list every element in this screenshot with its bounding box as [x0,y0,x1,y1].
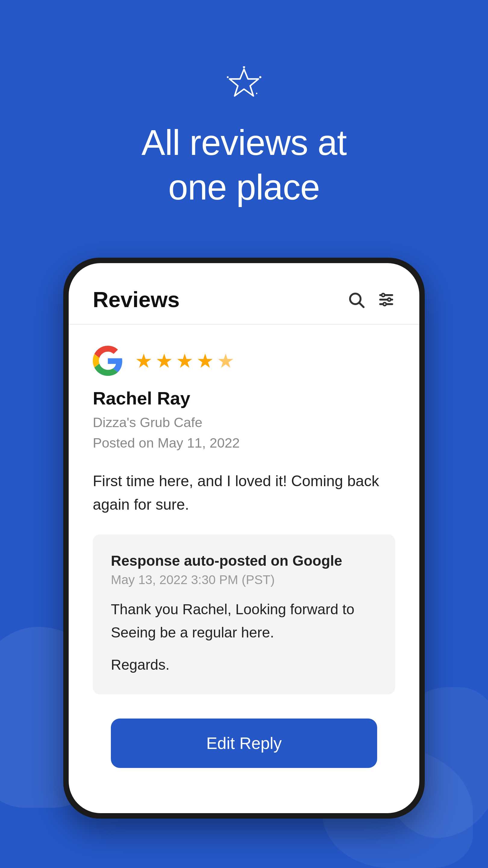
app-header: Reviews [69,263,419,324]
app-content: Reviews [69,263,419,813]
header-actions [347,290,395,309]
svg-marker-0 [230,69,258,96]
review-top: ★ ★ ★ ★ ★ [93,346,395,376]
star-1: ★ [135,350,153,372]
star-rating: ★ ★ ★ ★ ★ [135,350,234,372]
search-icon[interactable] [347,290,365,309]
svg-line-6 [359,303,364,307]
reviewer-date: Posted on May 11, 2022 [93,433,395,453]
hero-title: All reviews at one place [141,121,347,210]
star-5-half: ★ [217,350,234,372]
svg-point-3 [227,76,229,78]
response-label: Response auto-posted on Google [111,553,377,569]
reviewer-info: Rachel Ray Dizza's Grub Cafe Posted on M… [93,388,395,453]
svg-point-4 [256,93,258,94]
phone-screen: Reviews [69,263,419,813]
response-text-3: Regards. [111,653,377,677]
review-card: ★ ★ ★ ★ ★ Rachel Ray Dizza's Grub Cafe P… [69,324,419,813]
app-title: Reviews [93,287,180,312]
reviewer-name: Rachel Ray [93,388,395,409]
hero-star-icon [226,66,262,102]
response-text-2: Seeing be a regular here. [111,621,377,644]
filter-icon[interactable] [377,290,395,309]
response-text-1: Thank you Rachel, Looking forward to [111,598,377,621]
svg-point-2 [259,76,261,78]
svg-point-10 [382,293,385,297]
star-3: ★ [176,350,193,372]
edit-reply-button[interactable]: Edit Reply [111,718,377,768]
hero-section: All reviews at one place [141,0,347,210]
response-box: Response auto-posted on Google May 13, 2… [93,534,395,694]
svg-point-1 [243,66,245,68]
review-text: First time here, and I loved it! Coming … [93,470,395,516]
svg-point-12 [383,303,386,306]
star-2: ★ [156,350,173,372]
reviewer-business: Dizza's Grub Cafe [93,412,395,433]
phone-frame: Reviews [63,258,425,818]
star-4: ★ [196,350,214,372]
google-logo [93,346,123,376]
phone-mockup: Reviews [63,258,425,818]
svg-point-11 [388,298,391,301]
response-date: May 13, 2022 3:30 PM (PST) [111,572,377,587]
